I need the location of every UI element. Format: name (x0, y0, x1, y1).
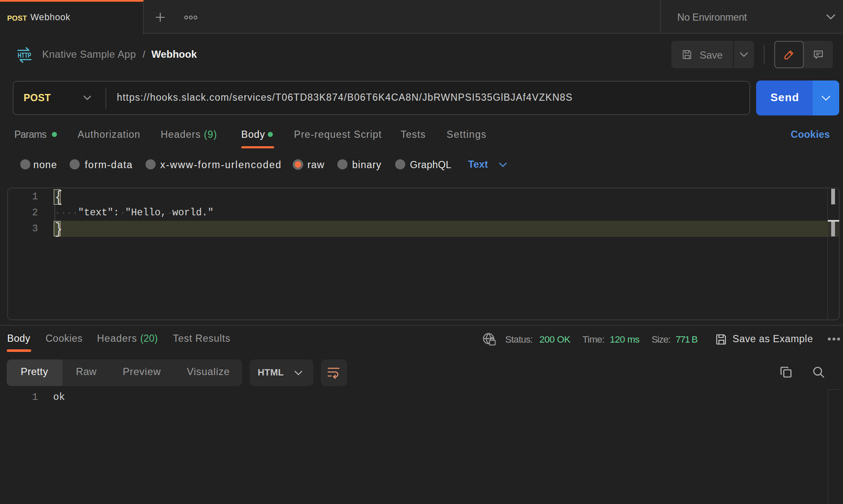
svg-text:HTTP: HTTP (18, 52, 31, 59)
